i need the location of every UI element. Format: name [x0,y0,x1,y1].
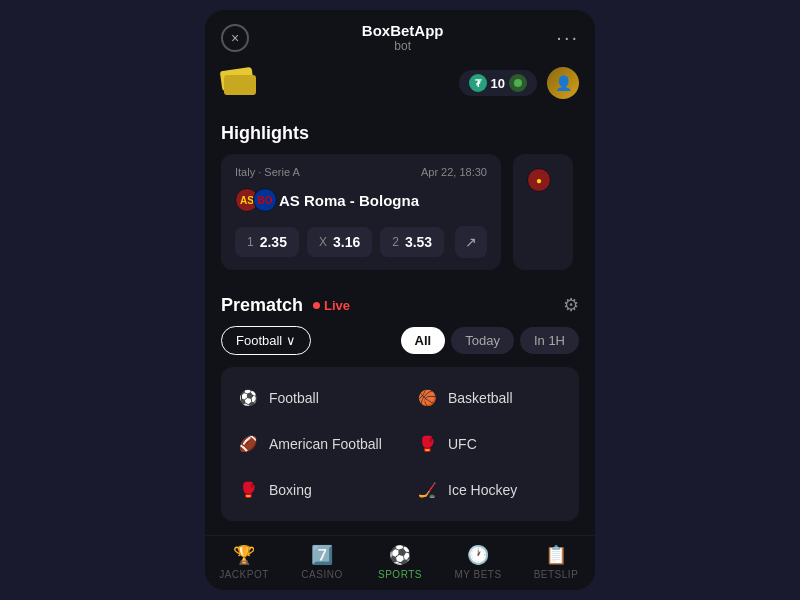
nav-item-sports[interactable]: ⚽ SPORTS [361,544,439,580]
header: × BoxBetApp bot ··· [205,10,595,61]
dropdown-label-football: Football [269,390,319,406]
filter-tab-1h[interactable]: In 1H [520,327,579,354]
odd-btn-1[interactable]: 1 2.35 [235,227,299,257]
header-center: BoxBetApp bot [362,22,444,53]
odd-value-1: 2.35 [260,234,287,250]
close-button[interactable]: × [221,24,249,52]
filter-row: Football ∨ All Today In 1H [205,326,595,367]
prematch-title-row: Prematch Live [221,295,350,316]
dropdown-item-basketball[interactable]: 🏀 Basketball [400,375,579,421]
filter-tab-all[interactable]: All [401,327,446,354]
sport-select-dropdown[interactable]: Football ∨ [221,326,311,355]
match-name: AS Roma - Bologna [279,192,419,209]
top-bar: ₮ 10 👤 [205,61,595,109]
close-icon: × [231,30,239,46]
casino-icon: 7️⃣ [311,544,333,566]
dropdown-label-american-football: American Football [269,436,382,452]
odd-label-x: X [319,235,327,249]
highlights-scroll: Italy · Serie A Apr 22, 18:30 AS BO AS R… [205,154,595,284]
online-indicator [509,74,527,92]
sports-icon: ⚽ [389,544,411,566]
ice-hockey-icon: 🏒 [416,479,438,501]
match-league: Italy · Serie A [235,166,300,178]
filter-tabs: All Today In 1H [401,327,579,354]
prematch-header: Prematch Live ⚙ [205,284,595,326]
balance-amount: 10 [491,76,505,91]
odd-btn-2[interactable]: 2 3.53 [380,227,444,257]
phone-container: × BoxBetApp bot ··· ₮ 10 👤 [205,10,595,590]
team-logo-bologna: BO [253,188,277,212]
match-meta: Italy · Serie A Apr 22, 18:30 [235,166,487,178]
betslip-icon: 📋 [545,544,567,566]
basketball-icon: 🏀 [416,387,438,409]
match-teams: AS BO AS Roma - Bologna [235,188,487,212]
odds-row: 1 2.35 X 3.16 2 3.53 ↗ [235,226,487,258]
filter-tab-today[interactable]: Today [451,327,514,354]
odd-value-2: 3.53 [405,234,432,250]
dropdown-label-boxing: Boxing [269,482,312,498]
live-label: Live [324,298,350,313]
logo-card-front [224,75,256,95]
expand-button[interactable]: ↗ [455,226,487,258]
more-options-button[interactable]: ··· [556,26,579,49]
team-logo-partial: ● [527,168,551,192]
my-bets-icon: 🕐 [467,544,489,566]
dropdown-item-ufc[interactable]: 🥊 UFC [400,421,579,467]
live-badge: Live [313,298,350,313]
odd-label-2: 2 [392,235,399,249]
prematch-title: Prematch [221,295,303,316]
nav-item-betslip[interactable]: 📋 BETSLIP [517,544,595,580]
american-football-icon: 🏈 [237,433,259,455]
nav-label-casino: CASINO [301,569,342,580]
live-dot [313,302,320,309]
nav-label-jackpot: JACKPOT [219,569,269,580]
nav-item-casino[interactable]: 7️⃣ CASINO [283,544,361,580]
online-dot-inner [514,79,522,87]
top-bar-right: ₮ 10 👤 [459,67,579,99]
football-icon: ⚽ [237,387,259,409]
highlights-title: Highlights [205,109,595,154]
chevron-down-icon: ∨ [286,333,296,348]
jackpot-icon: 🏆 [233,544,255,566]
dropdown-item-ice-hockey[interactable]: 🏒 Ice Hockey [400,467,579,513]
tether-icon: ₮ [469,74,487,92]
nav-label-betslip: BETSLIP [534,569,579,580]
dropdown-item-boxing[interactable]: 🥊 Boxing [221,467,400,513]
odd-btn-x[interactable]: X 3.16 [307,227,372,257]
dropdown-label-basketball: Basketball [448,390,513,406]
ufc-icon: 🥊 [416,433,438,455]
app-title: BoxBetApp [362,22,444,39]
app-subtitle: bot [362,39,444,53]
settings-icon[interactable]: ⚙ [563,294,579,316]
dropdown-item-american-football[interactable]: 🏈 American Football [221,421,400,467]
match-card[interactable]: Italy · Serie A Apr 22, 18:30 AS BO AS R… [221,154,501,270]
dropdown-item-football[interactable]: ⚽ Football [221,375,400,421]
nav-item-jackpot[interactable]: 🏆 JACKPOT [205,544,283,580]
boxing-icon: 🥊 [237,479,259,501]
dropdown-label-ice-hockey: Ice Hockey [448,482,517,498]
nav-item-my-bets[interactable]: 🕐 MY BETS [439,544,517,580]
match-date: Apr 22, 18:30 [421,166,487,178]
nav-label-my-bets: MY BETS [454,569,501,580]
match-card-2[interactable]: ● [513,154,573,270]
balance-badge[interactable]: ₮ 10 [459,70,537,96]
team-logos: AS BO [235,188,271,212]
logo [221,69,257,97]
sport-select-label: Football [236,333,282,348]
odd-value-x: 3.16 [333,234,360,250]
dropdown-label-ufc: UFC [448,436,477,452]
avatar[interactable]: 👤 [547,67,579,99]
main-content: Highlights Italy · Serie A Apr 22, 18:30… [205,109,595,535]
nav-label-sports: SPORTS [378,569,422,580]
sport-dropdown-menu: ⚽ Football 🏀 Basketball 🏈 American Footb… [221,367,579,521]
bottom-nav: 🏆 JACKPOT 7️⃣ CASINO ⚽ SPORTS 🕐 MY BETS … [205,535,595,590]
odd-label-1: 1 [247,235,254,249]
dropdown-grid: ⚽ Football 🏀 Basketball 🏈 American Footb… [221,375,579,513]
